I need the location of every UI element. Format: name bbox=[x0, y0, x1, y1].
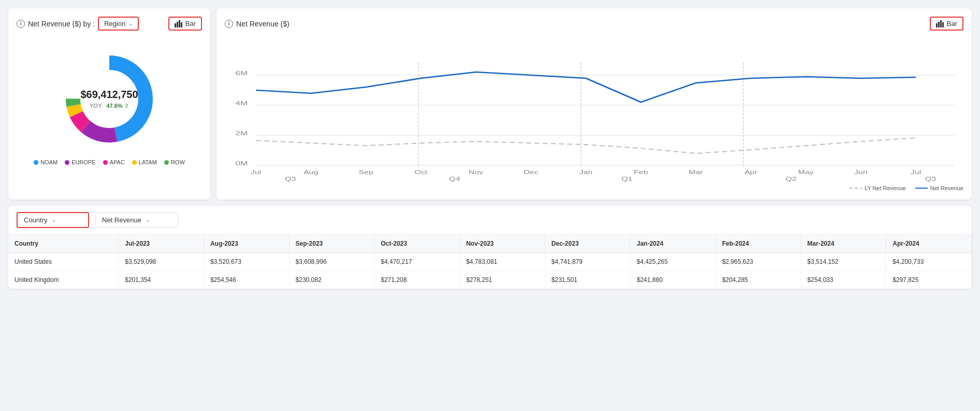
svg-text:Dec: Dec bbox=[524, 169, 539, 175]
legend-net-revenue: Net Revenue bbox=[915, 185, 963, 191]
legend-item-row: ROW bbox=[164, 159, 185, 165]
svg-text:Nov: Nov bbox=[469, 169, 484, 175]
metric-chevron-icon: ⌄ bbox=[146, 217, 150, 223]
svg-text:Q3: Q3 bbox=[285, 176, 296, 182]
country-dropdown-value: Country bbox=[24, 216, 48, 224]
legend-label-europe: EUROPE bbox=[71, 159, 95, 165]
cell-value: $278,251 bbox=[459, 271, 545, 289]
line-chart-legend: LY Net Revenue Net Revenue bbox=[225, 185, 963, 191]
metric-dropdown[interactable]: Net Revenue ⌄ bbox=[95, 212, 178, 228]
legend-ly-net-revenue: LY Net Revenue bbox=[849, 185, 906, 191]
cell-value: $271,208 bbox=[374, 271, 460, 289]
left-card-header: i Net Revenue ($) by : Region ⌄ Bar bbox=[17, 17, 202, 31]
donut-center: $69,412,750 YOY 47.6% ⇧ bbox=[80, 89, 138, 109]
col-nov-2023: Nov-2023 bbox=[459, 235, 545, 253]
cell-value: $3,514,152 bbox=[801, 253, 886, 271]
legend-dot-row bbox=[164, 160, 169, 165]
svg-text:Apr: Apr bbox=[744, 169, 757, 175]
filter-row: Country ⌄ Net Revenue ⌄ bbox=[8, 206, 972, 234]
legend-dot-noam bbox=[34, 160, 38, 165]
left-chart-card: i Net Revenue ($) by : Region ⌄ Bar bbox=[8, 8, 210, 200]
svg-text:Q3: Q3 bbox=[925, 176, 936, 182]
legend-item-latam: LATAM bbox=[132, 159, 157, 165]
yoy-pct: 47.6% bbox=[106, 103, 122, 109]
svg-text:Aug: Aug bbox=[304, 169, 318, 175]
right-info-icon[interactable]: i bbox=[225, 20, 233, 28]
svg-text:Jan: Jan bbox=[579, 169, 593, 175]
svg-text:Q4: Q4 bbox=[449, 176, 460, 182]
cell-value: $231,501 bbox=[545, 271, 630, 289]
cell-value: $4,741,879 bbox=[545, 253, 630, 271]
region-dropdown-value: Region bbox=[104, 20, 125, 27]
bottom-section: Country ⌄ Net Revenue ⌄ Country Jul-2023… bbox=[8, 206, 972, 289]
cell-value: $4,200,733 bbox=[886, 253, 972, 271]
ly-legend-label: LY Net Revenue bbox=[864, 185, 906, 191]
cell-value: $204,285 bbox=[715, 271, 801, 289]
cell-value: $201,354 bbox=[119, 271, 204, 289]
donut-value: $69,412,750 bbox=[80, 89, 138, 101]
legend-item-noam: NOAM bbox=[34, 159, 57, 165]
right-bar-chart-icon bbox=[936, 20, 944, 27]
cell-country: United Kingdom bbox=[8, 271, 119, 289]
cell-value: $230,082 bbox=[289, 271, 374, 289]
svg-text:Q2: Q2 bbox=[786, 176, 797, 182]
cell-value: $4,470,217 bbox=[374, 253, 460, 271]
cell-value: $3,520,673 bbox=[204, 253, 289, 271]
bar-chart-icon bbox=[175, 20, 182, 27]
left-chart-type-label: Bar bbox=[185, 20, 196, 27]
left-chart-type-button[interactable]: Bar bbox=[168, 17, 202, 31]
country-chevron-icon: ⌄ bbox=[52, 217, 56, 223]
svg-text:0M: 0M bbox=[235, 160, 248, 166]
legend-label-row: ROW bbox=[171, 159, 185, 165]
yoy-label: YOY bbox=[90, 103, 102, 109]
cell-value: $4,783,081 bbox=[459, 253, 545, 271]
right-chart-type-button[interactable]: Bar bbox=[930, 17, 963, 31]
cell-value: $4,425,265 bbox=[630, 253, 716, 271]
right-card-title: i Net Revenue ($) bbox=[225, 20, 290, 28]
col-sep-2023: Sep-2023 bbox=[289, 235, 374, 253]
country-dropdown[interactable]: Country ⌄ bbox=[17, 212, 89, 228]
col-aug-2023: Aug-2023 bbox=[204, 235, 289, 253]
legend-label-latam: LATAM bbox=[139, 159, 157, 165]
right-chart-type-label: Bar bbox=[947, 20, 957, 27]
data-table-container: Country Jul-2023 Aug-2023 Sep-2023 Oct-2… bbox=[8, 234, 972, 289]
svg-text:Sep: Sep bbox=[358, 169, 373, 175]
legend-label-apac: APAC bbox=[110, 159, 125, 165]
svg-text:Jul: Jul bbox=[251, 169, 261, 175]
svg-text:6M: 6M bbox=[235, 70, 248, 76]
right-title-text: Net Revenue ($) bbox=[236, 20, 290, 28]
cell-value: $254,546 bbox=[204, 271, 289, 289]
net-revenue-legend-label: Net Revenue bbox=[930, 185, 963, 191]
col-jul-2023: Jul-2023 bbox=[119, 235, 204, 253]
col-jan-2024: Jan-2024 bbox=[630, 235, 716, 253]
cell-country: United States bbox=[8, 253, 119, 271]
col-country: Country bbox=[8, 235, 119, 253]
svg-text:Oct: Oct bbox=[414, 169, 427, 175]
yoy-arrow: ⇧ bbox=[124, 103, 129, 109]
svg-text:Mar: Mar bbox=[689, 169, 703, 175]
legend-dot-latam bbox=[132, 160, 137, 165]
svg-text:Q1: Q1 bbox=[622, 176, 632, 182]
donut-container: $69,412,750 YOY 47.6% ⇧ NOAM bbox=[17, 37, 202, 171]
svg-text:Jun: Jun bbox=[854, 169, 868, 175]
col-apr-2024: Apr-2024 bbox=[886, 235, 972, 253]
table-row: United Kingdom$201,354$254,546$230,082$2… bbox=[8, 271, 972, 289]
line-chart-svg: 0M 2M 4M 6M bbox=[225, 37, 963, 182]
svg-text:4M: 4M bbox=[235, 100, 248, 106]
legend-item-apac: APAC bbox=[103, 159, 125, 165]
legend-dot-europe bbox=[65, 160, 69, 165]
svg-text:2M: 2M bbox=[235, 130, 248, 136]
region-dropdown[interactable]: Region ⌄ bbox=[98, 17, 139, 31]
left-info-icon[interactable]: i bbox=[17, 20, 25, 28]
cell-value: $2,965,623 bbox=[715, 253, 801, 271]
donut-yoy: YOY 47.6% ⇧ bbox=[80, 103, 138, 109]
line-chart-area: 0M 2M 4M 6M bbox=[225, 37, 963, 182]
table-header: Country Jul-2023 Aug-2023 Sep-2023 Oct-2… bbox=[8, 235, 972, 253]
ly-line-sample bbox=[849, 188, 862, 189]
region-chevron-icon: ⌄ bbox=[128, 21, 133, 26]
col-feb-2024: Feb-2024 bbox=[715, 235, 801, 253]
cell-value: $241,880 bbox=[630, 271, 716, 289]
cell-value: $254,033 bbox=[801, 271, 886, 289]
col-dec-2023: Dec-2023 bbox=[545, 235, 630, 253]
cell-value: $3,608,996 bbox=[289, 253, 374, 271]
